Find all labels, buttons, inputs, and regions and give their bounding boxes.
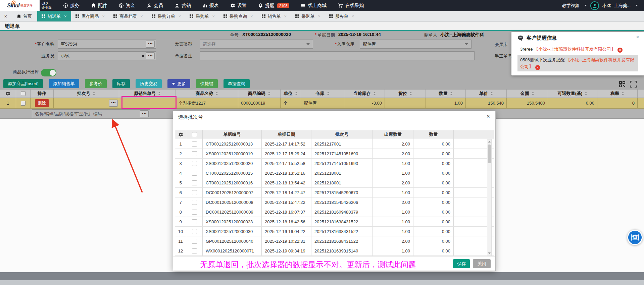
checkbox[interactable] (192, 219, 197, 224)
save-button[interactable]: 保存 (453, 259, 470, 268)
toolbar-button-7[interactable]: 单据查询 (224, 79, 250, 88)
toolbar-button-1[interactable]: 添加销售单 (49, 79, 79, 88)
batch-row-1[interactable]: 2XS000120251200000192025-12-17 15:29:242… (175, 149, 494, 159)
row-checkbox-cell[interactable] (186, 159, 203, 168)
row-checkbox-cell[interactable] (186, 227, 203, 236)
grid-col-header-4[interactable]: 商品编码 (238, 90, 281, 98)
row-checkbox-cell[interactable] (186, 197, 203, 207)
close-icon[interactable]: × (636, 34, 639, 41)
horizontal-scrollbar[interactable] (0, 272, 644, 280)
ellipsis-button[interactable]: ⋯ (146, 52, 155, 59)
grid-gear-header[interactable] (0, 90, 16, 98)
modal-col-header-4[interactable]: 数量 (413, 130, 454, 139)
notice-item-1[interactable]: 0506测试下次业务提醒 【小沈--上海骟惠软件科技开发有限公司】× (517, 55, 638, 71)
close-icon[interactable]: × (64, 14, 67, 19)
batch-row-8[interactable]: 9XS000120251200000232025-12-18 16:42:562… (175, 217, 494, 227)
close-icon[interactable]: × (284, 14, 287, 19)
checkbox[interactable] (192, 141, 197, 147)
close-icon[interactable]: × (352, 14, 354, 19)
checkbox[interactable] (192, 132, 197, 137)
toolbar-button-4[interactable]: 历史交易 (136, 79, 162, 88)
modal-gear-header[interactable] (175, 130, 186, 139)
checkbox[interactable] (192, 200, 197, 205)
modal-col-header-1[interactable]: 单据日期 (262, 130, 311, 139)
grid-col-header-13[interactable]: 税率 (597, 90, 638, 98)
close-icon[interactable]: × (250, 14, 253, 19)
sort-arrows-icon[interactable] (490, 92, 493, 95)
ellipsis-button[interactable]: ⋯ (140, 110, 149, 117)
checkbox[interactable] (21, 91, 26, 96)
salesman-field[interactable]: × ⋯ (58, 51, 156, 60)
app-logo[interactable]: Sihui 骟惠软件 (0, 0, 40, 11)
batch-row-5[interactable]: 6DC000120251200000072025-12-18 14:27:472… (175, 188, 494, 197)
tab-0[interactable]: 销退单× (37, 11, 71, 21)
tab-8[interactable]: 服务单× (325, 11, 359, 21)
modal-select-all[interactable] (186, 130, 203, 139)
batch-ellipsis-button[interactable]: ⋯ (109, 100, 118, 107)
batch-row-9[interactable]: 10XS000120251200000302025-12-19 16:04:22… (175, 227, 494, 236)
checkbox[interactable] (192, 210, 197, 215)
row-checkbox-cell[interactable] (186, 139, 203, 149)
sort-arrows-icon[interactable] (622, 92, 624, 95)
nav-item-4[interactable]: 营销 (175, 3, 191, 9)
grid-col-header-8[interactable]: 货位 (385, 90, 426, 98)
outbound-toggle[interactable] (41, 69, 56, 76)
sort-arrows-icon[interactable] (327, 92, 330, 95)
sort-arrows-icon[interactable] (585, 92, 587, 95)
remark-field[interactable] (200, 51, 475, 60)
sort-arrows-icon[interactable] (215, 92, 218, 95)
close-icon[interactable]: × (212, 14, 215, 19)
tab-3[interactable]: 采购订单× (147, 11, 186, 21)
nav-item-2[interactable]: 资金 (119, 3, 135, 9)
vertical-scrollbar[interactable] (487, 139, 492, 256)
modal-col-header-3[interactable]: 出库数量 (373, 130, 413, 139)
remove-icon[interactable]: × (617, 48, 623, 53)
nav-item-6[interactable]: 设置 (230, 3, 247, 9)
grid-col-header-14[interactable]: 不 (638, 90, 644, 98)
toolbar-button-2[interactable]: 参考价 (85, 79, 107, 88)
clear-icon[interactable]: × (140, 53, 146, 59)
tab-home[interactable]: 首页 (11, 11, 37, 21)
sort-arrows-icon[interactable] (295, 92, 298, 95)
tab-7[interactable]: 采退单× (291, 11, 325, 21)
product-search-field[interactable]: 名称/编码/品牌/规格/车型/原厂编码 ⋯ (32, 109, 150, 118)
checkbox[interactable] (192, 180, 197, 185)
nav-item-5[interactable]: 报表 (202, 3, 219, 9)
checkbox[interactable] (21, 101, 26, 106)
close-icon[interactable]: × (486, 113, 490, 119)
checkbox[interactable] (192, 248, 197, 253)
batch-row-10[interactable]: 11GP000120251200000402025-12-19 10:22:31… (175, 236, 494, 246)
row-checkbox-cell[interactable] (186, 188, 203, 197)
grid-col-header-5[interactable]: 单位 (281, 90, 301, 98)
toolbar-button-0[interactable]: 添加商品[Insert] (3, 79, 43, 88)
nav-item-7[interactable]: 提醒2108 (258, 3, 289, 9)
row-checkbox-cell[interactable] (186, 178, 203, 187)
close-icon[interactable]: × (102, 14, 105, 19)
customer-field[interactable]: ⋯ (58, 40, 156, 49)
salesman-input[interactable] (58, 52, 140, 60)
batch-row-7[interactable]: 8DC000120251200000092025-12-18 16:07:372… (175, 207, 494, 217)
tutorial-video-link[interactable]: 教学视频 (562, 3, 580, 9)
grid-col-header-0[interactable]: 操作 (31, 90, 54, 98)
batch-row-0[interactable]: 1CT000120251200000132025-12-17 14:17:522… (175, 139, 494, 149)
batch-row-6[interactable]: 7DC000120251200000082025-12-18 15:47:222… (175, 197, 494, 207)
checkbox[interactable] (192, 229, 197, 234)
nav-item-0[interactable]: 服务 (63, 3, 80, 9)
row-checkbox-cell[interactable] (186, 149, 203, 158)
customer-input[interactable] (58, 40, 146, 48)
nav-item-3[interactable]: 会员 (147, 3, 163, 9)
sort-arrows-icon[interactable] (409, 92, 412, 95)
row-checkbox-cell[interactable] (186, 168, 203, 178)
user-avatar[interactable] (590, 1, 599, 10)
tab-4[interactable]: 采购单× (185, 11, 219, 21)
grid-col-header-2[interactable]: 原销售单号 (119, 90, 176, 98)
row-checkbox-cell[interactable] (186, 246, 203, 255)
grid-row[interactable]: 1删除⋯个别指定12170000100019个配件库-3.001.00150.5… (0, 98, 644, 109)
scrollbar-thumb[interactable] (488, 145, 491, 163)
tab-5[interactable]: 采购查询× (219, 11, 257, 21)
grid-select-all[interactable] (16, 90, 31, 98)
grid-col-header-11[interactable]: 金额 (507, 90, 548, 98)
remove-icon[interactable]: × (535, 65, 540, 70)
warehouse-select[interactable]: 配件库 (360, 40, 472, 49)
grid-col-header-12[interactable]: 可退数量(基) (548, 90, 597, 98)
